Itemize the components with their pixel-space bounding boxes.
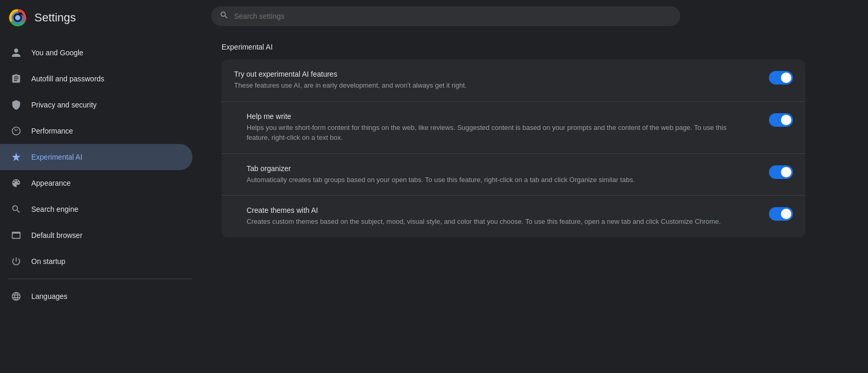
sidebar-item-label: Autofill and passwords xyxy=(31,75,104,83)
sidebar-item-default-browser[interactable]: Default browser xyxy=(0,222,192,248)
settings-row-experimental-ai: Try out experimental AI features These f… xyxy=(222,59,805,102)
main-content: Experimental AI Try out experimental AI … xyxy=(201,0,868,373)
settings-row-desc: Automatically creates tab groups based o… xyxy=(247,175,748,185)
search-icon xyxy=(219,10,229,22)
sidebar-item-label: On startup xyxy=(31,257,65,266)
settings-row-text: Try out experimental AI features These f… xyxy=(234,70,769,91)
globe-icon xyxy=(10,291,22,302)
settings-row-text: Help me write Helps you write short-form… xyxy=(247,112,769,143)
sidebar-item-autofill[interactable]: Autofill and passwords xyxy=(0,66,192,92)
sparkle-icon xyxy=(10,151,22,163)
sidebar-item-you-and-google[interactable]: You and Google xyxy=(0,40,192,66)
sidebar-item-languages[interactable]: Languages xyxy=(0,283,192,309)
settings-row-desc: These features use AI, are in early deve… xyxy=(234,80,748,91)
sidebar-item-label: Search engine xyxy=(31,205,78,213)
sidebar-item-on-startup[interactable]: On startup xyxy=(0,248,192,274)
chrome-logo-icon xyxy=(8,8,27,27)
shield-icon xyxy=(10,99,22,111)
sidebar: Settings You and Google Autofill and pas… xyxy=(0,0,201,373)
sidebar-item-experimental-ai[interactable]: Experimental AI xyxy=(0,144,192,170)
create-themes-toggle[interactable] xyxy=(769,207,793,221)
browser-icon xyxy=(10,230,22,241)
sidebar-nav: You and Google Autofill and passwords Pr… xyxy=(0,35,201,314)
sidebar-item-label: Performance xyxy=(31,127,73,135)
sidebar-title: Settings xyxy=(34,11,76,25)
settings-row-title: Help me write xyxy=(247,112,748,121)
sidebar-item-appearance[interactable]: Appearance xyxy=(0,170,192,196)
toggle-thumb xyxy=(781,167,791,177)
sidebar-item-label: Appearance xyxy=(31,179,71,187)
settings-row-text: Create themes with AI Creates custom the… xyxy=(247,206,769,227)
search-bar xyxy=(211,6,680,26)
toggle-thumb xyxy=(781,73,791,83)
page-content: Experimental AI Try out experimental AI … xyxy=(201,32,826,248)
gauge-icon xyxy=(10,125,22,137)
settings-row-desc: Helps you write short-form content for t… xyxy=(247,123,748,143)
tab-organizer-toggle[interactable] xyxy=(769,165,793,179)
toggle-thumb xyxy=(781,209,791,219)
sidebar-header: Settings xyxy=(0,0,201,35)
search-nav-icon xyxy=(10,203,22,215)
experimental-ai-toggle[interactable] xyxy=(769,71,793,85)
settings-row-tab-organizer: Tab organizer Automatically creates tab … xyxy=(222,154,805,196)
sidebar-item-label: Default browser xyxy=(31,231,82,239)
person-icon xyxy=(10,47,22,58)
sidebar-item-performance[interactable]: Performance xyxy=(0,118,192,144)
sidebar-item-privacy[interactable]: Privacy and security xyxy=(0,92,192,118)
settings-card: Try out experimental AI features These f… xyxy=(222,59,805,237)
settings-row-help-write: Help me write Helps you write short-form… xyxy=(222,102,805,154)
power-icon xyxy=(10,256,22,267)
sidebar-item-label: Experimental AI xyxy=(31,153,82,161)
sidebar-item-label: Privacy and security xyxy=(31,101,96,109)
page-section-title: Experimental AI xyxy=(222,43,805,51)
help-write-toggle[interactable] xyxy=(769,113,793,127)
search-input[interactable] xyxy=(234,12,672,20)
settings-row-title: Create themes with AI xyxy=(247,206,748,214)
toggle-thumb xyxy=(781,115,791,125)
palette-icon xyxy=(10,177,22,189)
nav-divider xyxy=(8,279,192,279)
svg-point-6 xyxy=(15,15,20,20)
settings-row-create-themes: Create themes with AI Creates custom the… xyxy=(222,196,805,237)
settings-row-text: Tab organizer Automatically creates tab … xyxy=(247,164,769,185)
settings-row-desc: Creates custom themes based on the subje… xyxy=(247,216,748,227)
sidebar-item-label: You and Google xyxy=(31,49,83,57)
clipboard-icon xyxy=(10,73,22,85)
settings-row-title: Try out experimental AI features xyxy=(234,70,748,78)
search-bar-container xyxy=(201,0,868,32)
sidebar-item-search-engine[interactable]: Search engine xyxy=(0,196,192,222)
sidebar-item-label: Languages xyxy=(31,292,67,300)
settings-row-title: Tab organizer xyxy=(247,164,748,173)
